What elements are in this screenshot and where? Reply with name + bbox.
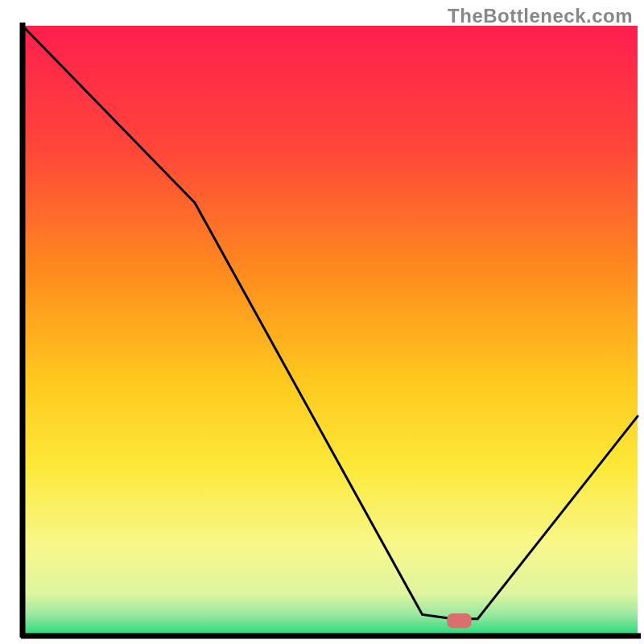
bottleneck-chart: [0, 0, 644, 644]
optimal-marker: [447, 613, 472, 628]
watermark-text: TheBottleneck.com: [448, 5, 633, 27]
plot-background: [23, 26, 638, 636]
chart-container: TheBottleneck.com: [0, 0, 644, 644]
